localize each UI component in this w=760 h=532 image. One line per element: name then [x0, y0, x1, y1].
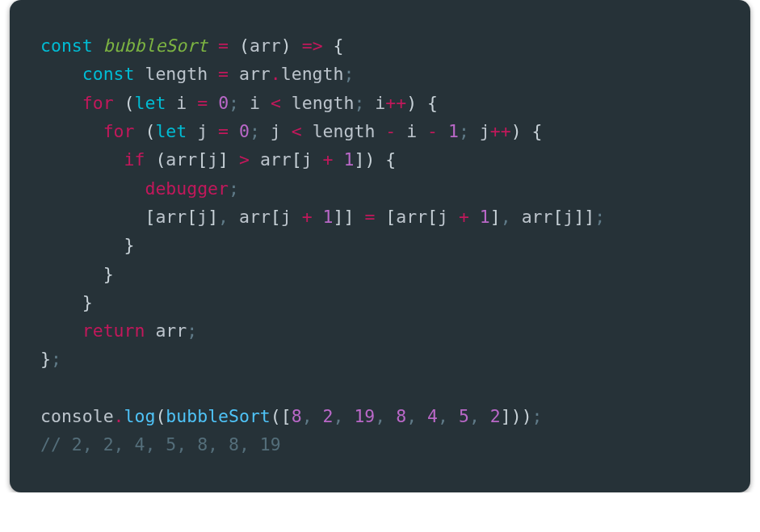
code-token: let: [155, 121, 187, 141]
code-token: ]: [218, 149, 229, 170]
code-token: }: [82, 292, 93, 312]
code-token: [385, 406, 396, 426]
code-token: arr: [511, 207, 553, 227]
code-token: debugger: [145, 178, 229, 199]
code-token: ;: [354, 93, 364, 113]
code-token: [313, 406, 323, 426]
code-token: <: [292, 121, 302, 141]
code-token: [522, 121, 532, 141]
code-token: ,: [334, 406, 344, 426]
code-token: arr: [229, 207, 271, 227]
code-token: j: [438, 207, 459, 227]
code-token: [40, 178, 145, 199]
code-token: arr: [145, 320, 187, 341]
code-token: 2: [323, 406, 334, 426]
code-token: 2: [490, 406, 501, 426]
code-token: arr: [396, 207, 427, 227]
code-token: ;: [229, 93, 239, 113]
code-token: [: [385, 207, 396, 227]
code-token: [417, 93, 427, 113]
code-token: j: [187, 121, 218, 141]
code-token: 1: [480, 207, 490, 227]
code-token: ;: [51, 349, 61, 369]
code-token: ++: [385, 93, 406, 113]
code-token: }: [40, 349, 51, 369]
code-token: j: [260, 121, 292, 141]
code-token: ;: [459, 121, 469, 141]
code-token: ,: [375, 406, 385, 426]
code-token: [: [271, 207, 281, 227]
code-token: return: [82, 320, 145, 341]
code-token: ])): [501, 406, 532, 426]
code-token: {: [427, 93, 438, 113]
code-token: ([: [271, 406, 292, 426]
code-token: (: [145, 121, 155, 141]
code-token: [: [197, 149, 208, 170]
code-token: [334, 149, 344, 170]
code-token: 1: [448, 121, 459, 141]
code-token: ;: [594, 207, 605, 227]
code-token: length: [135, 64, 219, 84]
code-token: [480, 406, 490, 426]
code-token: =: [218, 64, 229, 84]
code-token: [40, 378, 51, 398]
code-token: 8: [292, 406, 302, 426]
code-token: (: [124, 93, 135, 113]
code-token: j: [208, 149, 218, 170]
code-token: ]: [208, 207, 218, 227]
code-token: [375, 149, 385, 170]
code-token: ,: [469, 406, 480, 426]
code-token: length: [281, 93, 355, 113]
code-token: [229, 149, 239, 170]
code-token: if: [124, 149, 145, 170]
code-token: [343, 406, 354, 426]
code-token: j: [302, 149, 323, 170]
code-token: arr: [250, 36, 281, 56]
code-token: [114, 93, 124, 113]
code-token: [208, 93, 218, 113]
code-token: [229, 121, 239, 141]
code-token: -: [427, 121, 438, 141]
code-token: +: [459, 207, 469, 227]
code-token: [448, 406, 459, 426]
code-token: 0: [218, 93, 229, 113]
code-panel: const bubbleSort = (arr) => { const leng…: [10, 0, 750, 492]
code-token: arr: [229, 64, 271, 84]
code-token: 19: [354, 406, 375, 426]
code-token: 5: [459, 406, 469, 426]
code-token: ]): [354, 149, 375, 170]
code-token: ,: [218, 207, 229, 227]
code-token: i: [239, 93, 271, 113]
code-token: [93, 36, 103, 56]
code-token: for: [82, 93, 114, 113]
code-token: (: [155, 149, 166, 170]
code-token: [438, 121, 448, 141]
code-token: i: [396, 121, 427, 141]
code-token: [40, 207, 145, 227]
code-token: [417, 406, 427, 426]
code-token: ,: [501, 207, 511, 227]
code-token: [40, 149, 124, 170]
code-token: arr: [250, 149, 292, 170]
code-token: 1: [344, 149, 355, 170]
code-token: length: [281, 64, 344, 84]
code-token: bubbleSort: [166, 406, 270, 426]
code-token: const: [40, 36, 93, 56]
code-token: }: [103, 264, 114, 284]
code-token: [323, 36, 334, 56]
code-block[interactable]: const bubbleSort = (arr) => { const leng…: [40, 32, 726, 460]
code-token: [313, 207, 323, 227]
code-token: ): [511, 121, 522, 141]
code-token: [469, 207, 480, 227]
code-token: <: [271, 93, 281, 113]
code-token: {: [334, 36, 344, 56]
code-token: [40, 121, 103, 141]
code-token: ;: [532, 406, 543, 426]
code-token: ]]: [334, 207, 355, 227]
code-token: [40, 235, 124, 255]
code-token: }: [124, 235, 135, 255]
code-token: 1: [323, 207, 334, 227]
code-token: const: [82, 64, 135, 84]
code-token: +: [323, 149, 334, 170]
code-token: {: [532, 121, 543, 141]
